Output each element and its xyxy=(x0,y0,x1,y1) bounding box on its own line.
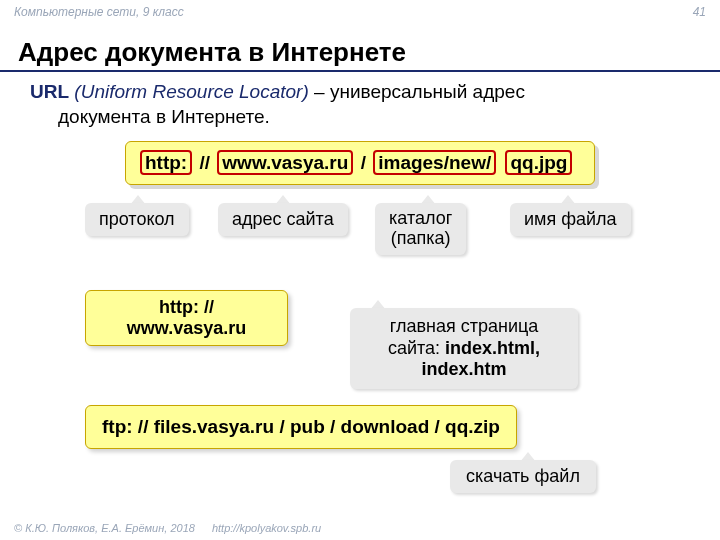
page-number: 41 xyxy=(693,5,706,29)
url-part-path: images/new/ xyxy=(373,150,496,175)
url-sep1: // xyxy=(192,152,217,173)
label-download-file: скачать файл xyxy=(450,460,596,493)
url-labels-row: протокол адрес сайта каталог (папка) имя… xyxy=(0,197,720,257)
label-folder: каталог (папка) xyxy=(375,203,466,255)
yellow-sub-http: http: // www.vasya.ru xyxy=(85,290,288,346)
url-callout: http: // www.vasya.ru / images/new/ qq.j… xyxy=(125,141,595,185)
url-part-protocol: http: xyxy=(140,150,192,175)
label-main-page: главная страница сайта: index.html, inde… xyxy=(350,308,578,389)
intro-rest1: – универсальный адрес xyxy=(314,81,525,102)
label-protocol: протокол xyxy=(85,203,189,236)
url-box: http: // www.vasya.ru / images/new/ qq.j… xyxy=(125,141,595,185)
footer-link: http://kpolyakov.spb.ru xyxy=(212,522,321,534)
url-definition: (Uniform Resource Locator) xyxy=(74,81,308,102)
slide-footer: © К.Ю. Поляков, Е.А. Ерёмин, 2018 http:/… xyxy=(14,522,321,534)
url-sep2: / xyxy=(353,152,373,173)
url-part-host: www.vasya.ru xyxy=(217,150,353,175)
label-filename: имя файла xyxy=(510,203,631,236)
slide-header: Компьютерные сети, 9 класс 41 xyxy=(0,0,720,29)
ftp-url-box: ftp: // files.vasya.ru / pub / download … xyxy=(85,405,517,449)
url-term: URL xyxy=(30,81,69,102)
intro-rest2: документа в Интернете. xyxy=(30,106,270,127)
intro-text: URL (Uniform Resource Locator) – универс… xyxy=(0,72,720,129)
copyright: © К.Ю. Поляков, Е.А. Ерёмин, 2018 xyxy=(14,522,195,534)
header-left: Компьютерные сети, 9 класс xyxy=(14,5,184,29)
slide-title: Адрес документа в Интернете xyxy=(0,29,720,72)
label-site: адрес сайта xyxy=(218,203,348,236)
url-part-file: qq.jpg xyxy=(505,150,572,175)
